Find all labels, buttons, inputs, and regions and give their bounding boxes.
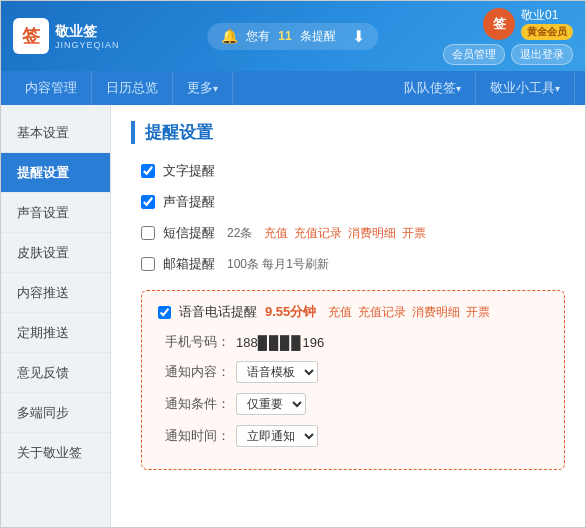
notify-time-select[interactable]: 立即通知 bbox=[236, 425, 318, 447]
voice-link-records[interactable]: 充值记录 bbox=[358, 304, 406, 321]
text-reminder-label: 文字提醒 bbox=[163, 162, 215, 180]
nav-item-team[interactable]: 队队使签 bbox=[390, 71, 476, 105]
user-area: 签 敬业01 黄金会员 会员管理 退出登录 bbox=[443, 7, 573, 65]
logo-icon: 签 bbox=[13, 18, 49, 54]
top-banner: 签 敬业签 JINGYEQIAN 🔔 您有 11 条提醒 ⬇ 签 敬业01 黄金… bbox=[1, 1, 585, 71]
voice-phone-box: 语音电话提醒 9.55分钟 充值 充值记录 消费明细 开票 手机号码： bbox=[141, 290, 565, 470]
page-title: 提醒设置 bbox=[131, 121, 565, 144]
sms-detail: 22条 bbox=[227, 225, 252, 242]
voice-box-header: 语音电话提醒 9.55分钟 充值 充值记录 消费明细 开票 bbox=[158, 303, 548, 321]
sms-link-recharge[interactable]: 充值 bbox=[264, 225, 288, 242]
phone-prefix: 188 bbox=[236, 335, 258, 350]
sidebar-item-push[interactable]: 内容推送 bbox=[1, 273, 110, 313]
avatar: 签 bbox=[483, 8, 515, 40]
center-notice[interactable]: 🔔 您有 11 条提醒 ⬇ bbox=[207, 23, 378, 50]
email-reminder-checkbox[interactable] bbox=[141, 257, 155, 271]
notice-count: 11 bbox=[278, 29, 291, 43]
notify-content-select[interactable]: 语音模板 bbox=[236, 361, 318, 383]
voice-reminder-checkbox[interactable] bbox=[158, 306, 171, 319]
voice-reminder-label: 语音电话提醒 bbox=[179, 303, 257, 321]
phone-label: 手机号码： bbox=[158, 333, 230, 351]
voice-links: 充值 充值记录 消费明细 开票 bbox=[328, 304, 490, 321]
notify-condition-select[interactable]: 仅重要 bbox=[236, 393, 306, 415]
notify-content-row: 通知内容： 语音模板 bbox=[158, 361, 548, 383]
settings-list: 文字提醒 声音提醒 短信提醒 22条 充值 充值记录 消费明细 开 bbox=[131, 162, 565, 470]
voice-minutes: 9.55分钟 bbox=[265, 303, 316, 321]
nav-right: 队队使签 敬业小工具 bbox=[390, 71, 575, 105]
notify-time-label: 通知时间： bbox=[158, 427, 230, 445]
logout-button[interactable]: 退出登录 bbox=[511, 44, 573, 65]
user-info-row: 签 敬业01 黄金会员 bbox=[483, 7, 573, 40]
sound-reminder-checkbox[interactable] bbox=[141, 195, 155, 209]
nav-item-tools[interactable]: 敬业小工具 bbox=[476, 71, 575, 105]
voice-link-recharge[interactable]: 充值 bbox=[328, 304, 352, 321]
sms-reminder-label: 短信提醒 bbox=[163, 224, 215, 242]
sms-reminder-row: 短信提醒 22条 充值 充值记录 消费明细 开票 bbox=[141, 224, 565, 242]
vip-badge: 黄金会员 bbox=[521, 24, 573, 40]
email-reminder-label: 邮箱提醒 bbox=[163, 255, 215, 273]
text-reminder-checkbox[interactable] bbox=[141, 164, 155, 178]
sidebar-item-skin[interactable]: 皮肤设置 bbox=[1, 233, 110, 273]
sidebar-item-about[interactable]: 关于敬业签 bbox=[1, 433, 110, 473]
sms-reminder-checkbox[interactable] bbox=[141, 226, 155, 240]
sidebar-item-basic[interactable]: 基本设置 bbox=[1, 113, 110, 153]
phone-masked: ████ bbox=[258, 335, 303, 350]
sidebar-item-sync[interactable]: 多端同步 bbox=[1, 393, 110, 433]
voice-link-detail[interactable]: 消费明细 bbox=[412, 304, 460, 321]
phone-value: 188████196 bbox=[236, 335, 324, 350]
voice-link-invoice[interactable]: 开票 bbox=[466, 304, 490, 321]
notify-condition-row: 通知条件： 仅重要 bbox=[158, 393, 548, 415]
notify-condition-label: 通知条件： bbox=[158, 395, 230, 413]
text-reminder-row: 文字提醒 bbox=[141, 162, 565, 180]
user-buttons: 会员管理 退出登录 bbox=[443, 44, 573, 65]
sms-link-detail[interactable]: 消费明细 bbox=[348, 225, 396, 242]
logo-text-block: 敬业签 JINGYEQIAN bbox=[55, 22, 120, 50]
download-icon[interactable]: ⬇ bbox=[352, 27, 365, 46]
email-reminder-row: 邮箱提醒 100条 每月1号刷新 bbox=[141, 255, 565, 273]
sidebar-item-sound[interactable]: 声音设置 bbox=[1, 193, 110, 233]
notify-time-row: 通知时间： 立即通知 bbox=[158, 425, 548, 447]
logo-pinyin: JINGYEQIAN bbox=[55, 40, 120, 50]
notify-content-label: 通知内容： bbox=[158, 363, 230, 381]
nav-item-more[interactable]: 更多 bbox=[173, 71, 233, 105]
sidebar-item-reminder[interactable]: 提醒设置 bbox=[1, 153, 110, 193]
nav-item-content[interactable]: 内容管理 bbox=[11, 71, 92, 105]
sms-links: 充值 充值记录 消费明细 开票 bbox=[264, 225, 426, 242]
phone-suffix: 196 bbox=[303, 335, 325, 350]
sidebar: 基本设置 提醒设置 声音设置 皮肤设置 内容推送 定期推送 意见反馈 多端同步 bbox=[1, 105, 111, 527]
manage-button[interactable]: 会员管理 bbox=[443, 44, 505, 65]
logo-area: 签 敬业签 JINGYEQIAN bbox=[13, 18, 120, 54]
email-detail: 100条 每月1号刷新 bbox=[227, 256, 329, 273]
logo-char: 签 bbox=[22, 24, 40, 48]
phone-row: 手机号码： 188████196 bbox=[158, 333, 548, 351]
sidebar-item-scheduled[interactable]: 定期推送 bbox=[1, 313, 110, 353]
sound-reminder-row: 声音提醒 bbox=[141, 193, 565, 211]
logo-name: 敬业签 bbox=[55, 22, 120, 40]
notice-suffix: 条提醒 bbox=[300, 28, 336, 45]
main-panel: 提醒设置 文字提醒 声音提醒 短信提醒 22条 bbox=[111, 105, 585, 527]
sms-link-records[interactable]: 充值记录 bbox=[294, 225, 342, 242]
user-name: 敬业01 bbox=[521, 7, 573, 24]
bell-icon: 🔔 bbox=[221, 28, 238, 44]
sidebar-item-feedback[interactable]: 意见反馈 bbox=[1, 353, 110, 393]
sound-reminder-label: 声音提醒 bbox=[163, 193, 215, 211]
sms-link-invoice[interactable]: 开票 bbox=[402, 225, 426, 242]
notice-prefix: 您有 bbox=[246, 28, 270, 45]
content-area: 基本设置 提醒设置 声音设置 皮肤设置 内容推送 定期推送 意见反馈 多端同步 bbox=[1, 105, 585, 527]
nav-bar: 内容管理 日历总览 更多 队队使签 敬业小工具 bbox=[1, 71, 585, 105]
nav-item-calendar[interactable]: 日历总览 bbox=[92, 71, 173, 105]
app-window: 签 敬业签 JINGYEQIAN 🔔 您有 11 条提醒 ⬇ 签 敬业01 黄金… bbox=[0, 0, 586, 528]
